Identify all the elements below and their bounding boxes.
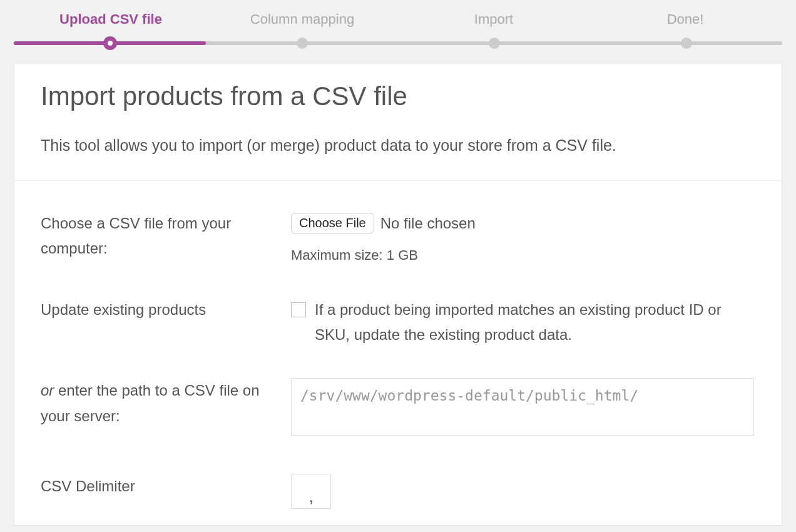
step-upload[interactable]: Upload CSV file [15, 11, 207, 28]
row-delimiter: CSV Delimiter [41, 459, 755, 525]
delimiter-control [291, 474, 755, 510]
step-import: Import [398, 11, 589, 28]
progress-labels: Upload CSV file Column mapping Import Do… [14, 11, 782, 28]
no-file-chosen-text: No file chosen [380, 211, 476, 237]
row-server-path: or enter the path to a CSV file on your … [41, 363, 755, 459]
server-path-label-rest: enter the path to a CSV file on your ser… [41, 382, 260, 424]
progress-dot-1 [103, 36, 117, 50]
delimiter-label: CSV Delimiter [41, 474, 291, 499]
server-path-label-or: or [41, 382, 54, 399]
import-form: Choose a CSV file from your computer: Ch… [14, 181, 782, 525]
choose-file-control: Choose File No file chosen Maximum size:… [291, 211, 755, 267]
file-upload-row: Choose File No file chosen [291, 211, 755, 237]
step-column-mapping: Column mapping [207, 11, 398, 28]
server-path-control [291, 378, 755, 444]
delimiter-input[interactable] [291, 474, 331, 509]
server-path-input[interactable] [291, 378, 754, 436]
update-existing-label: Update existing products [41, 297, 291, 323]
progress-dot-2 [297, 38, 308, 49]
server-path-label: or enter the path to a CSV file on your … [41, 378, 291, 429]
row-update-existing: Update existing products If a product be… [41, 282, 755, 364]
choose-file-label: Choose a CSV file from your computer: [41, 211, 291, 262]
progress-bar [14, 41, 782, 45]
page-title: Import products from a CSV file [41, 81, 755, 111]
progress-dot-4 [681, 38, 692, 49]
max-size-text: Maximum size: 1 GB [291, 243, 755, 267]
choose-file-button[interactable]: Choose File [291, 213, 374, 233]
step-done: Done! [589, 11, 781, 28]
update-existing-control: If a product being imported matches an e… [291, 297, 755, 349]
progress-dot-3 [489, 38, 500, 49]
page-description: This tool allows you to import (or merge… [41, 134, 755, 158]
update-existing-help: If a product being imported matches an e… [315, 297, 755, 349]
import-panel: Import products from a CSV file This too… [14, 64, 782, 526]
panel-header: Import products from a CSV file This too… [14, 64, 782, 181]
update-existing-checkbox[interactable] [291, 302, 306, 317]
progress-stepper: Upload CSV file Column mapping Import Do… [0, 0, 796, 45]
row-choose-file: Choose a CSV file from your computer: Ch… [41, 196, 755, 282]
